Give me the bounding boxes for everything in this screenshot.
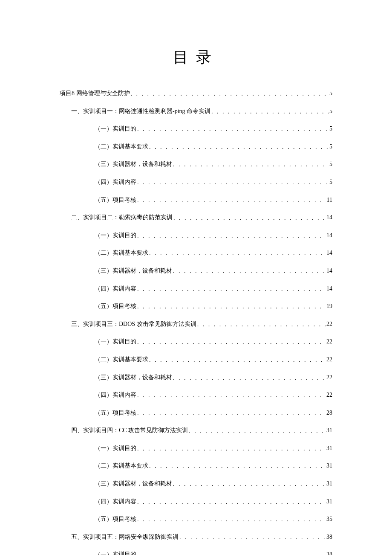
toc-entry-page: 35 [326, 515, 332, 523]
toc-entry-label: （二）实训基本要求 [95, 462, 148, 470]
toc-entry-page: 31 [326, 444, 332, 453]
toc-entry[interactable]: 二、实训项目二：勒索病毒的防范实训14 [71, 213, 332, 222]
toc-entry-page: 38 [326, 533, 332, 541]
toc-entry[interactable]: （一）实训目的5 [95, 125, 332, 133]
toc-entry[interactable]: （二）实训基本要求31 [95, 462, 332, 470]
toc-dot-leader [149, 249, 326, 258]
toc-dot-leader [137, 338, 326, 346]
toc-entry-page: 14 [326, 249, 332, 257]
toc-entry-label: （四）实训内容 [95, 285, 136, 293]
toc-entry[interactable]: （三）实训器材，设备和耗材31 [95, 479, 332, 488]
toc-entry-label: （五）项目考核 [95, 302, 136, 311]
toc-entry-label: （二）实训基本要求 [95, 355, 148, 364]
toc-entry-label: 一、实训项目一：网络连通性检测利器-ping 命令实训 [71, 107, 210, 116]
toc-entry-label: （四）实训内容 [95, 391, 136, 399]
toc-entry-page: 19 [326, 302, 332, 311]
toc-dot-leader [149, 462, 326, 471]
toc-entry[interactable]: 五、实训项目五：网络安全纵深防御实训38 [71, 533, 332, 541]
toc-entry-label: （一）实训目的 [95, 231, 136, 240]
toc-dot-leader [137, 285, 326, 293]
toc-entry-page: 22 [326, 320, 332, 328]
toc-entry-label: 项目8 网络管理与安全防护 [60, 89, 130, 98]
toc-entry-label: （三）实训器材，设备和耗材 [95, 160, 172, 169]
toc-entry[interactable]: （三）实训器材，设备和耗材22 [95, 373, 332, 382]
toc-entry[interactable]: （二）实训基本要求22 [95, 355, 332, 364]
toc-entry-page: 38 [326, 550, 332, 555]
toc-dot-leader [173, 214, 326, 222]
toc-entry[interactable]: （五）项目考核11 [95, 196, 332, 204]
toc-entry[interactable]: 一、实训项目一：网络连通性检测利器-ping 命令实训5 [71, 107, 332, 116]
toc-entry-page: 5 [329, 178, 332, 186]
toc-entry-label: 五、实训项目五：网络安全纵深防御实训 [71, 533, 179, 541]
toc-entry-page: 5 [329, 142, 332, 151]
toc-entry[interactable]: （一）实训目的38 [95, 550, 332, 555]
toc-entry[interactable]: （一）实训目的31 [95, 444, 332, 453]
toc-entry-page: 14 [326, 267, 332, 275]
toc-dot-leader [137, 302, 326, 311]
toc-dot-leader [137, 125, 329, 134]
toc-entry-page: 22 [326, 391, 332, 399]
toc-entry[interactable]: （二）实训基本要求5 [95, 142, 332, 151]
toc-entry-label: 二、实训项目二：勒索病毒的防范实训 [71, 213, 173, 222]
toc-entry[interactable]: 四、实训项目四：CC 攻击常见防御方法实训31 [71, 426, 332, 435]
toc-entry[interactable]: （一）实训目的22 [95, 337, 332, 346]
toc-dot-leader [197, 320, 326, 329]
toc-entry-label: 四、实训项目四：CC 攻击常见防御方法实训 [71, 426, 188, 435]
toc-dot-leader [137, 178, 329, 187]
toc-entry-label: （五）项目考核 [95, 196, 136, 204]
toc-dot-leader [137, 196, 326, 205]
toc-entry[interactable]: （四）实训内容14 [95, 285, 332, 293]
toc-entry-page: 5 [329, 89, 332, 98]
toc-dot-leader [179, 533, 326, 542]
toc-entry[interactable]: （五）项目考核28 [95, 409, 332, 417]
toc-entry-label: （二）实训基本要求 [95, 142, 148, 151]
toc-entry-page: 22 [326, 337, 332, 346]
toc-entry-page: 22 [326, 355, 332, 364]
table-of-contents: 项目8 网络管理与安全防护5一、实训项目一：网络连通性检测利器-ping 命令实… [60, 89, 332, 555]
toc-dot-leader [137, 498, 326, 506]
toc-dot-leader [137, 232, 326, 240]
toc-entry-label: （一）实训目的 [95, 337, 136, 346]
toc-entry-label: （一）实训目的 [95, 550, 136, 555]
toc-entry[interactable]: 三、实训项目三：DDOS 攻击常见防御方法实训22 [71, 320, 332, 328]
toc-entry-page: 11 [327, 196, 332, 204]
toc-entry[interactable]: （四）实训内容22 [95, 391, 332, 399]
toc-entry-page: 31 [326, 497, 332, 506]
toc-entry-page: 14 [326, 285, 332, 293]
toc-dot-leader [137, 409, 326, 418]
toc-dot-leader [211, 108, 329, 116]
toc-entry[interactable]: （三）实训器材，设备和耗材5 [95, 160, 332, 169]
toc-entry-label: （三）实训器材，设备和耗材 [95, 373, 172, 382]
toc-entry-label: （五）项目考核 [95, 409, 136, 417]
toc-dot-leader [137, 515, 326, 524]
toc-entry-label: （二）实训基本要求 [95, 249, 148, 257]
toc-dot-leader [149, 356, 326, 364]
toc-entry[interactable]: （二）实训基本要求14 [95, 249, 332, 257]
toc-entry-page: 14 [326, 213, 332, 222]
toc-entry-page: 5 [329, 160, 332, 169]
toc-entry[interactable]: （四）实训内容5 [95, 178, 332, 186]
toc-entry-label: （五）项目考核 [95, 515, 136, 523]
toc-entry[interactable]: （五）项目考核35 [95, 515, 332, 523]
toc-dot-leader [137, 391, 326, 400]
toc-dot-leader [173, 160, 329, 169]
toc-dot-leader [173, 374, 326, 382]
toc-entry-page: 14 [326, 231, 332, 240]
toc-entry-page: 31 [326, 462, 332, 470]
toc-entry[interactable]: （四）实训内容31 [95, 497, 332, 506]
toc-entry-label: （三）实训器材，设备和耗材 [95, 479, 172, 488]
toc-entry[interactable]: （五）项目考核19 [95, 302, 332, 311]
toc-dot-leader [137, 445, 326, 453]
toc-dot-leader [131, 90, 329, 98]
toc-entry-label: （四）实训内容 [95, 497, 136, 506]
toc-entry[interactable]: （三）实训器材，设备和耗材14 [95, 267, 332, 275]
toc-dot-leader [137, 551, 326, 555]
page-title: 目录 [60, 47, 332, 68]
toc-entry-label: （三）实训器材，设备和耗材 [95, 267, 172, 275]
toc-entry-label: 三、实训项目三：DDOS 攻击常见防御方法实训 [71, 320, 196, 328]
toc-entry[interactable]: （一）实训目的14 [95, 231, 332, 240]
toc-dot-leader [173, 267, 326, 276]
toc-entry-page: 22 [326, 373, 332, 382]
toc-entry[interactable]: 项目8 网络管理与安全防护5 [60, 89, 332, 98]
toc-entry-label: （一）实训目的 [95, 125, 136, 133]
